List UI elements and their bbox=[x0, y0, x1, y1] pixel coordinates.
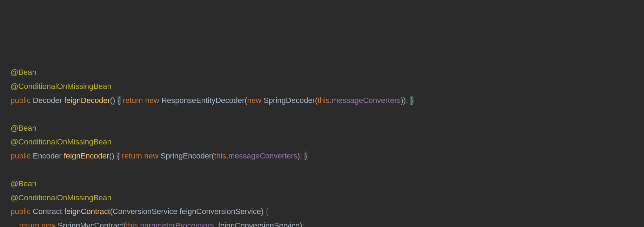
class-ref: SpringEncoder bbox=[161, 151, 212, 160]
field-ref: messageConverters bbox=[332, 96, 401, 105]
paren: ( bbox=[212, 151, 214, 160]
brace-close: } bbox=[304, 151, 307, 160]
code-editor-content[interactable]: @Bean @ConditionalOnMissingBean public D… bbox=[11, 65, 633, 227]
annotation: @ConditionalOnMissingBean bbox=[11, 82, 112, 91]
paren: )) bbox=[401, 96, 406, 105]
return-type: Encoder bbox=[33, 151, 62, 160]
keyword-new: new bbox=[145, 96, 159, 105]
brace-open: { bbox=[116, 151, 120, 160]
keyword-new: new bbox=[247, 96, 261, 105]
comma: , bbox=[214, 221, 216, 227]
return-type: Decoder bbox=[33, 96, 62, 105]
brace-open: { bbox=[266, 207, 268, 216]
keyword-new: new bbox=[144, 151, 158, 160]
semicolon: ; bbox=[302, 221, 304, 227]
keyword-public: public bbox=[11, 151, 31, 160]
keyword-public: public bbox=[11, 96, 31, 105]
paren: ( bbox=[110, 207, 113, 216]
keyword-return: return bbox=[19, 221, 39, 227]
brace-close: } bbox=[410, 96, 413, 105]
paren: ( bbox=[123, 221, 126, 227]
annotation: @Bean bbox=[11, 124, 36, 132]
keyword-this: this bbox=[214, 151, 226, 160]
paren: () bbox=[109, 151, 114, 160]
class-ref: SpringMvcContract bbox=[58, 221, 123, 227]
return-type: Contract bbox=[33, 207, 62, 216]
keyword-public: public bbox=[11, 207, 31, 216]
param-name: feignConversionService bbox=[180, 207, 261, 216]
annotation: @Bean bbox=[11, 68, 36, 77]
keyword-new: new bbox=[41, 221, 55, 227]
annotation: @Bean bbox=[11, 179, 36, 188]
class-ref: ResponseEntityDecoder bbox=[161, 96, 244, 105]
method-name: feignEncoder bbox=[64, 151, 109, 160]
brace-open: { bbox=[118, 96, 121, 105]
class-ref: SpringDecoder bbox=[263, 96, 315, 105]
semicolon: ; bbox=[300, 151, 302, 160]
keyword-return: return bbox=[123, 96, 143, 105]
paren: ) bbox=[261, 207, 263, 216]
keyword-this: this bbox=[317, 96, 329, 105]
field-ref: messageConverters bbox=[228, 151, 297, 160]
method-name: feignDecoder bbox=[64, 96, 110, 105]
paren: () bbox=[110, 96, 115, 105]
paren: ( bbox=[244, 96, 247, 105]
field-ref: parameterProcessors bbox=[140, 221, 214, 227]
semicolon: ; bbox=[406, 96, 408, 105]
method-name: feignContract bbox=[64, 207, 110, 216]
annotation: @ConditionalOnMissingBean bbox=[11, 137, 112, 146]
keyword-return: return bbox=[122, 151, 142, 160]
annotation: @ConditionalOnMissingBean bbox=[11, 193, 112, 202]
paren: ) bbox=[300, 221, 302, 227]
keyword-this: this bbox=[126, 221, 138, 227]
arg: feignConversionService bbox=[218, 221, 300, 227]
param-type: ConversionService bbox=[113, 207, 177, 216]
